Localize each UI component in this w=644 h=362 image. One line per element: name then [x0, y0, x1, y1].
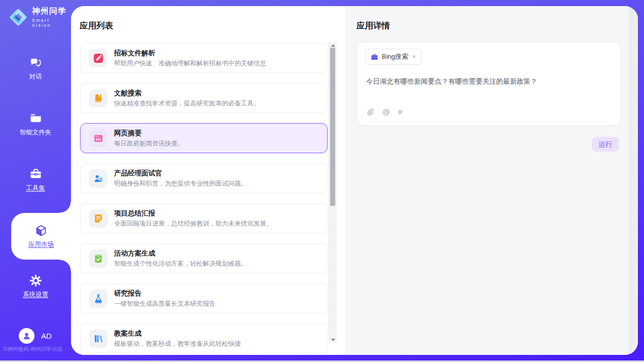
scrollbar-thumb[interactable]	[330, 48, 335, 206]
interviewer-icon	[93, 173, 103, 184]
app-card-title: 网页摘要	[114, 129, 141, 138]
app-card-title: 项目总结汇报	[114, 209, 155, 218]
folder-icon	[29, 112, 43, 125]
tool-tag-label: Bing搜索	[382, 52, 408, 61]
brand-logo: 神州问学 Smart Vision	[8, 6, 71, 28]
app-window: 神州问学 Smart Vision 对话 智能文件夹 工具集 应用市场 系统设置…	[0, 0, 644, 360]
sidebar-item-0[interactable]: 对话	[0, 56, 71, 81]
app-card-title: 文献搜索	[114, 89, 141, 98]
scroll-down-arrow-icon[interactable]	[329, 337, 337, 343]
copyright-text: ©神州数码·神州问学出品	[4, 346, 69, 353]
app-card-desc: 智能生成个性化活动方案，轻松解决规划难题。	[114, 260, 247, 268]
app-card-1[interactable]: 文献搜索 快速精准查找学术资源，提高研究效率的必备工具。	[80, 83, 328, 113]
app-card-title: 活动方案生成	[114, 249, 155, 258]
app-card-7[interactable]: 教案生成 模板驱动，教案秒成，教学准备从此轻松快捷	[80, 323, 328, 353]
app-card-5[interactable]: 活动方案生成 智能生成个性化活动方案，轻松解决规划难题。	[80, 243, 328, 273]
chat-icon	[29, 56, 43, 69]
tag-close-icon[interactable]: ×	[412, 53, 416, 60]
detail-scrollbar-track[interactable]	[629, 6, 638, 355]
sidebar-item-label: 智能文件夹	[20, 128, 52, 137]
app-card-title: 产品经理面试官	[114, 169, 162, 178]
sidebar-item-4[interactable]: 系统设置	[0, 274, 71, 299]
sidebar: 神州问学 Smart Vision 对话 智能文件夹 工具集 应用市场 系统设置…	[0, 0, 71, 360]
app-card-desc: 全面回顾项目进展，总结经验教训，助力未来优化发展。	[114, 220, 273, 228]
app-card-list: 招标文件解析 帮助用户快速、准确地理解和解析招标书中的关键信息 文献搜索 快速精…	[80, 43, 328, 355]
app-card-desc: 每日政府新闻资讯快查。	[114, 139, 184, 148]
edit-pen-icon	[93, 53, 103, 63]
app-card-title: 教案生成	[114, 329, 141, 338]
prompt-card: Bing搜索 × 今日湖北有哪些新闻要点？有哪些需要关注的最新政策？ @ #	[356, 42, 621, 126]
note-icon	[93, 213, 103, 224]
browser-code-icon	[93, 133, 103, 143]
attachment-toolbar: @ #	[366, 107, 403, 116]
app-list-title: 应用列表	[80, 20, 113, 31]
app-card-desc: 明确身份和职责，为您提供专业性的面试问题。	[114, 179, 247, 188]
sidebar-item-label: 工具集	[26, 184, 45, 193]
list-scrollbar[interactable]	[329, 42, 337, 343]
briefcase-icon	[371, 53, 378, 61]
clipboard-check-icon	[93, 254, 103, 264]
brand-name: 神州问学	[32, 6, 71, 17]
user-name: AD	[41, 332, 52, 340]
sidebar-item-3[interactable]: 应用市场	[11, 213, 71, 260]
flask-icon	[93, 294, 103, 304]
toolbox-icon	[29, 167, 43, 181]
sidebar-item-label: 系统设置	[23, 291, 48, 299]
app-card-title: 研究报告	[114, 289, 141, 298]
app-card-3[interactable]: 产品经理面试官 明确身份和职责，为您提供专业性的面试问题。	[80, 163, 328, 193]
sidebar-item-1[interactable]: 智能文件夹	[0, 112, 71, 137]
brand-subtitle: Smart Vision	[32, 18, 71, 28]
at-mention-icon[interactable]: @	[382, 107, 390, 116]
app-detail-title: 应用详情	[356, 20, 390, 31]
app-card-desc: 快速精准查找学术资源，提高研究效率的必备工具。	[114, 99, 260, 108]
diamond-logo-icon	[8, 7, 28, 27]
paperclip-icon[interactable]	[366, 108, 374, 116]
app-list-panel: 应用列表 招标文件解析 帮助用户快速、准确地理解和解析招标书中的关键信息 文献搜…	[71, 6, 346, 355]
sidebar-item-label: 对话	[29, 73, 42, 81]
tool-tag-bing-search[interactable]: Bing搜索 ×	[365, 49, 422, 65]
app-card-2[interactable]: 网页摘要 每日政府新闻资讯快查。	[80, 123, 328, 153]
app-card-desc: 一键智能生成高质量长文本研究报告	[114, 300, 216, 308]
app-card-6[interactable]: 研究报告 一键智能生成高质量长文本研究报告	[80, 283, 328, 313]
book-icon	[93, 93, 103, 103]
app-card-title: 招标文件解析	[114, 49, 155, 58]
cube-icon	[34, 224, 48, 238]
run-button[interactable]: 运行	[592, 137, 619, 152]
sidebar-item-2[interactable]: 工具集	[0, 167, 71, 193]
hash-topic-icon[interactable]: #	[398, 107, 402, 116]
user-row[interactable]: AD	[19, 328, 52, 344]
prompt-input[interactable]: 今日湖北有哪些新闻要点？有哪些需要关注的最新政策？	[366, 77, 610, 86]
app-card-4[interactable]: 项目总结汇报 全面回顾项目进展，总结经验教训，助力未来优化发展。	[80, 203, 328, 233]
gear-icon	[29, 274, 43, 287]
main-content: 应用列表 招标文件解析 帮助用户快速、准确地理解和解析招标书中的关键信息 文献搜…	[71, 6, 638, 355]
books-icon	[93, 334, 103, 344]
avatar[interactable]	[19, 328, 34, 344]
app-card-0[interactable]: 招标文件解析 帮助用户快速、准确地理解和解析招标书中的关键信息	[80, 43, 328, 73]
app-card-desc: 帮助用户快速、准确地理解和解析招标书中的关键信息	[114, 59, 266, 68]
sidebar-item-label: 应用市场	[28, 240, 54, 249]
app-detail-panel: 应用详情 Bing搜索 × 今日湖北有哪些新闻要点？有哪些需要关注的最新政策？	[346, 6, 638, 355]
app-card-desc: 模板驱动，教案秒成，教学准备从此轻松快捷	[114, 340, 241, 348]
